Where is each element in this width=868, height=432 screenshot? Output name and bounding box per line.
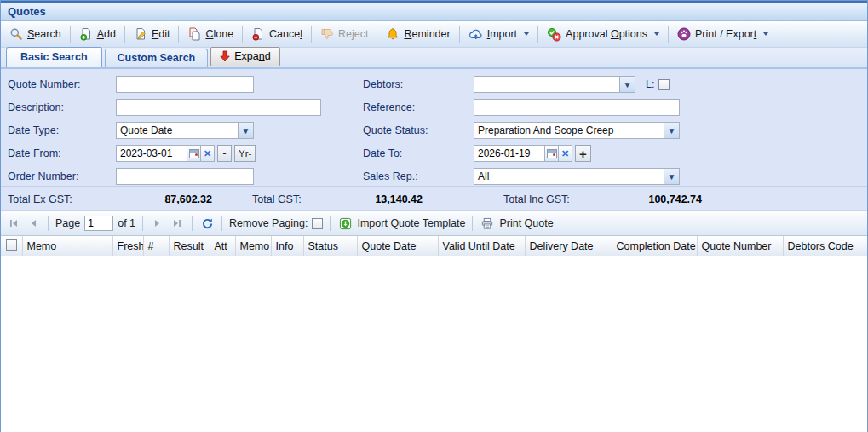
reminder-button[interactable]: Reminder (381, 25, 455, 43)
date-type-label: Date Type: (8, 124, 59, 136)
window-titlebar: Quotes (1, 1, 867, 21)
toolbar-separator (242, 26, 243, 43)
page-number-input[interactable] (84, 216, 113, 231)
column-header[interactable]: Att (210, 236, 235, 256)
chevron-down-icon[interactable]: ▼ (664, 123, 679, 138)
search-icon (9, 27, 23, 41)
chevron-down-icon[interactable]: ▼ (664, 169, 679, 184)
import-button[interactable]: Import (463, 25, 534, 43)
printer-icon (480, 216, 495, 231)
chevron-down-icon (763, 32, 768, 36)
sales-rep-select[interactable]: All ▼ (474, 168, 680, 185)
total-gst-value: 13,140.42 (342, 193, 423, 205)
order-number-input[interactable] (116, 168, 254, 185)
date-from-yr-button[interactable]: Yr- (234, 145, 256, 162)
toolbar-separator (311, 26, 312, 43)
add-icon (79, 27, 93, 41)
select-all-checkbox[interactable] (6, 239, 17, 251)
column-header[interactable]: # (143, 236, 169, 256)
import-quote-template-button[interactable]: Import Quote Template (357, 217, 465, 229)
date-to-clear-button[interactable]: ✕ (558, 145, 572, 162)
quote-status-label: Quote Status: (363, 124, 428, 136)
date-to-calendar-button[interactable] (544, 145, 559, 162)
toolbar-separator (377, 26, 377, 43)
approval-check-x-icon (547, 27, 561, 42)
page-label: Page (55, 217, 80, 229)
toolbar: Search Add Edit Clone Cancel Reject (1, 21, 867, 48)
chevron-down-icon[interactable]: ▼ (619, 77, 635, 92)
column-header[interactable]: Memo (235, 236, 271, 256)
refresh-button[interactable] (199, 216, 215, 231)
clone-button[interactable]: Clone (182, 25, 239, 43)
reject-button: Reject (315, 25, 373, 43)
add-button[interactable]: Add (74, 25, 121, 43)
quotes-window: Quotes Search Add Edit Clone Cancel (0, 0, 868, 432)
chevron-down-icon[interactable]: ▼ (238, 123, 253, 138)
date-from-calendar-button[interactable] (187, 145, 201, 162)
paging-toolbar: Page of 1 Remove Paging: Import Quote Te… (1, 210, 867, 236)
quote-status-select[interactable]: Preparation And Scope Creep ▼ (474, 122, 680, 139)
description-label: Description: (8, 101, 64, 113)
chevron-down-icon (524, 32, 529, 36)
date-type-select[interactable]: Quote Date ▼ (116, 122, 254, 139)
toolbar-separator (668, 26, 669, 43)
order-number-label: Order Number: (8, 170, 78, 182)
search-tabs: Basic Search Custom Search Expand (1, 48, 867, 69)
cloud-upload-icon (468, 27, 483, 41)
column-header[interactable]: Completion Date (612, 236, 697, 256)
date-from-clear-button[interactable]: ✕ (200, 145, 215, 162)
debtors-label: Debtors: (363, 78, 403, 90)
chevron-down-icon (654, 32, 659, 36)
column-header[interactable] (1, 236, 22, 256)
column-header[interactable]: Debtors Code (783, 236, 867, 256)
toolbar-separator (537, 26, 538, 43)
print-export-button[interactable]: Print / Export (672, 25, 773, 43)
grid-header-row: MemoFresh /#ResultAttMemoInfoStatusQuote… (1, 236, 867, 256)
date-from-label: Date From: (8, 147, 61, 159)
edit-button[interactable]: Edit (129, 25, 175, 43)
column-header[interactable]: Fresh / (112, 236, 143, 256)
first-page-button[interactable] (6, 216, 21, 231)
toolbar-separator (178, 26, 179, 43)
expand-button[interactable]: Expand (210, 47, 279, 66)
paging-separator (330, 216, 331, 231)
column-header[interactable]: Status (303, 236, 357, 256)
column-header[interactable]: Result (169, 236, 210, 256)
debtors-select[interactable]: ▼ (474, 76, 635, 93)
search-button[interactable]: Search (4, 25, 66, 43)
tab-custom-search[interactable]: Custom Search (105, 49, 209, 67)
last-page-button[interactable] (170, 216, 185, 231)
paging-separator (221, 216, 222, 231)
date-to-plus-button[interactable]: + (575, 145, 591, 162)
approval-options-button[interactable]: Approval Options (542, 25, 664, 44)
cancel-button[interactable]: Cancel (246, 25, 308, 43)
date-from-minus-button[interactable]: - (217, 145, 232, 162)
date-from-input[interactable] (116, 145, 187, 162)
remove-paging-checkbox[interactable] (312, 218, 323, 229)
next-page-button[interactable] (150, 216, 165, 231)
reference-input[interactable] (474, 99, 680, 116)
print-export-icon (677, 27, 691, 41)
quote-number-input[interactable] (116, 76, 254, 93)
tab-basic-search[interactable]: Basic Search (6, 47, 102, 67)
toolbar-separator (70, 26, 71, 43)
print-quote-button[interactable]: Print Quote (499, 217, 553, 229)
total-inc-gst-label: Total Inc GST: (503, 193, 570, 205)
toolbar-separator (459, 26, 460, 43)
date-to-input[interactable] (474, 145, 545, 162)
column-header[interactable]: Memo (22, 236, 112, 256)
column-header[interactable]: Quote Number (697, 236, 783, 256)
clone-icon (187, 27, 201, 41)
description-input[interactable] (116, 99, 321, 116)
column-header[interactable]: Valid Until Date (438, 236, 525, 256)
column-header[interactable]: Quote Date (357, 236, 438, 256)
l-checkbox[interactable] (658, 79, 670, 90)
column-header[interactable]: Info (271, 236, 303, 256)
reference-label: Reference: (363, 101, 415, 113)
column-header[interactable]: Delivery Date (525, 236, 612, 256)
prev-page-button[interactable] (26, 216, 41, 231)
import-template-icon (337, 216, 353, 231)
quote-number-label: Quote Number: (8, 78, 80, 90)
totals-bar: Total Ex GST: 87,602.32 Total GST: 13,14… (1, 187, 867, 210)
page-title: Quotes (8, 5, 46, 18)
